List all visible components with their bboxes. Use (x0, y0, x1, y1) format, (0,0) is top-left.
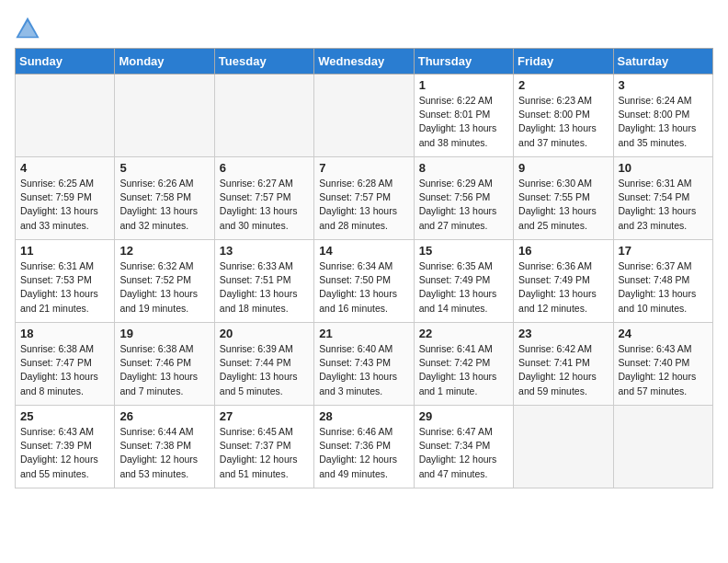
weekday-header-row: SundayMondayTuesdayWednesdayThursdayFrid… (16, 49, 713, 75)
calendar-cell: 8Sunrise: 6:29 AM Sunset: 7:56 PM Daylig… (414, 157, 513, 240)
calendar-cell: 12Sunrise: 6:32 AM Sunset: 7:52 PM Dayli… (115, 240, 214, 323)
calendar-cell: 9Sunrise: 6:30 AM Sunset: 7:55 PM Daylig… (514, 157, 613, 240)
calendar-cell: 16Sunrise: 6:36 AM Sunset: 7:49 PM Dayli… (514, 240, 613, 323)
calendar-cell: 17Sunrise: 6:37 AM Sunset: 7:48 PM Dayli… (613, 240, 712, 323)
calendar-cell: 29Sunrise: 6:47 AM Sunset: 7:34 PM Dayli… (414, 406, 513, 488)
day-number: 14 (319, 244, 408, 258)
calendar-cell: 27Sunrise: 6:45 AM Sunset: 7:37 PM Dayli… (214, 406, 313, 488)
day-info: Sunrise: 6:40 AM Sunset: 7:43 PM Dayligh… (319, 342, 408, 398)
calendar-cell: 3Sunrise: 6:24 AM Sunset: 8:00 PM Daylig… (613, 75, 712, 157)
weekday-header-tuesday: Tuesday (214, 49, 313, 75)
day-info: Sunrise: 6:35 AM Sunset: 7:49 PM Dayligh… (419, 259, 508, 316)
day-number: 8 (419, 161, 508, 175)
day-info: Sunrise: 6:43 AM Sunset: 7:39 PM Dayligh… (20, 425, 109, 481)
calendar-cell (514, 406, 613, 488)
day-info: Sunrise: 6:47 AM Sunset: 7:34 PM Dayligh… (419, 425, 508, 481)
day-info: Sunrise: 6:38 AM Sunset: 7:47 PM Dayligh… (20, 342, 109, 398)
calendar-cell: 11Sunrise: 6:31 AM Sunset: 7:53 PM Dayli… (16, 240, 115, 323)
day-info: Sunrise: 6:43 AM Sunset: 7:40 PM Dayligh… (619, 342, 708, 398)
calendar-table: SundayMondayTuesdayWednesdayThursdayFrid… (15, 48, 713, 488)
day-number: 4 (20, 161, 109, 175)
day-number: 17 (619, 244, 708, 258)
day-number: 12 (119, 244, 209, 258)
calendar-cell (613, 406, 712, 488)
day-number: 13 (220, 244, 309, 258)
calendar-week-row: 18Sunrise: 6:38 AM Sunset: 7:47 PM Dayli… (16, 323, 713, 406)
day-info: Sunrise: 6:28 AM Sunset: 7:57 PM Dayligh… (319, 177, 408, 233)
weekday-header-friday: Friday (514, 49, 613, 75)
day-number: 3 (619, 78, 708, 92)
generalblue-logo-icon (15, 15, 40, 40)
day-number: 6 (220, 161, 309, 175)
calendar-cell: 22Sunrise: 6:41 AM Sunset: 7:42 PM Dayli… (414, 323, 513, 406)
day-number: 11 (20, 244, 109, 258)
calendar-cell: 18Sunrise: 6:38 AM Sunset: 7:47 PM Dayli… (16, 323, 115, 406)
calendar-cell: 7Sunrise: 6:28 AM Sunset: 7:57 PM Daylig… (314, 157, 414, 240)
calendar-cell: 23Sunrise: 6:42 AM Sunset: 7:41 PM Dayli… (514, 323, 613, 406)
calendar-cell: 5Sunrise: 6:26 AM Sunset: 7:58 PM Daylig… (115, 157, 214, 240)
day-info: Sunrise: 6:37 AM Sunset: 7:48 PM Dayligh… (619, 259, 708, 316)
day-number: 2 (518, 78, 608, 92)
calendar-cell: 4Sunrise: 6:25 AM Sunset: 7:59 PM Daylig… (16, 157, 115, 240)
day-number: 9 (518, 161, 608, 175)
logo (15, 15, 42, 40)
weekday-header-wednesday: Wednesday (314, 49, 414, 75)
day-number: 1 (419, 78, 508, 92)
calendar-cell: 28Sunrise: 6:46 AM Sunset: 7:36 PM Dayli… (314, 406, 414, 488)
page-header (15, 15, 713, 40)
day-info: Sunrise: 6:27 AM Sunset: 7:57 PM Dayligh… (220, 177, 309, 233)
calendar-cell (314, 75, 414, 157)
day-info: Sunrise: 6:29 AM Sunset: 7:56 PM Dayligh… (419, 177, 508, 233)
day-info: Sunrise: 6:33 AM Sunset: 7:51 PM Dayligh… (220, 259, 309, 316)
day-info: Sunrise: 6:45 AM Sunset: 7:37 PM Dayligh… (220, 425, 309, 481)
day-info: Sunrise: 6:31 AM Sunset: 7:53 PM Dayligh… (20, 259, 109, 316)
calendar-week-row: 11Sunrise: 6:31 AM Sunset: 7:53 PM Dayli… (16, 240, 713, 323)
calendar-cell: 26Sunrise: 6:44 AM Sunset: 7:38 PM Dayli… (115, 406, 214, 488)
day-number: 27 (220, 409, 309, 423)
day-number: 7 (319, 161, 408, 175)
calendar-cell (16, 75, 115, 157)
day-number: 20 (220, 327, 309, 340)
calendar-cell: 10Sunrise: 6:31 AM Sunset: 7:54 PM Dayli… (613, 157, 712, 240)
calendar-week-row: 4Sunrise: 6:25 AM Sunset: 7:59 PM Daylig… (16, 157, 713, 240)
calendar-cell: 19Sunrise: 6:38 AM Sunset: 7:46 PM Dayli… (115, 323, 214, 406)
day-info: Sunrise: 6:39 AM Sunset: 7:44 PM Dayligh… (220, 342, 309, 398)
day-number: 15 (419, 244, 508, 258)
day-info: Sunrise: 6:44 AM Sunset: 7:38 PM Dayligh… (119, 425, 209, 481)
calendar-cell: 14Sunrise: 6:34 AM Sunset: 7:50 PM Dayli… (314, 240, 414, 323)
weekday-header-sunday: Sunday (16, 49, 115, 75)
weekday-header-thursday: Thursday (414, 49, 513, 75)
day-number: 10 (619, 161, 708, 175)
day-number: 26 (119, 409, 209, 423)
calendar-week-row: 25Sunrise: 6:43 AM Sunset: 7:39 PM Dayli… (16, 406, 713, 488)
day-number: 29 (419, 409, 508, 423)
calendar-cell: 1Sunrise: 6:22 AM Sunset: 8:01 PM Daylig… (414, 75, 513, 157)
day-info: Sunrise: 6:25 AM Sunset: 7:59 PM Dayligh… (20, 177, 109, 233)
day-number: 5 (119, 161, 209, 175)
day-number: 28 (319, 409, 408, 423)
day-info: Sunrise: 6:26 AM Sunset: 7:58 PM Dayligh… (119, 177, 209, 233)
day-info: Sunrise: 6:32 AM Sunset: 7:52 PM Dayligh… (119, 259, 209, 316)
calendar-cell: 25Sunrise: 6:43 AM Sunset: 7:39 PM Dayli… (16, 406, 115, 488)
day-number: 18 (20, 327, 109, 340)
calendar-cell: 13Sunrise: 6:33 AM Sunset: 7:51 PM Dayli… (214, 240, 313, 323)
day-number: 21 (319, 327, 408, 340)
day-info: Sunrise: 6:41 AM Sunset: 7:42 PM Dayligh… (419, 342, 508, 398)
weekday-header-monday: Monday (115, 49, 214, 75)
day-info: Sunrise: 6:23 AM Sunset: 8:00 PM Dayligh… (518, 94, 608, 150)
calendar-cell: 15Sunrise: 6:35 AM Sunset: 7:49 PM Dayli… (414, 240, 513, 323)
day-number: 24 (619, 327, 708, 340)
day-number: 22 (419, 327, 508, 340)
day-info: Sunrise: 6:46 AM Sunset: 7:36 PM Dayligh… (319, 425, 408, 481)
day-info: Sunrise: 6:36 AM Sunset: 7:49 PM Dayligh… (518, 259, 608, 316)
calendar-week-row: 1Sunrise: 6:22 AM Sunset: 8:01 PM Daylig… (16, 75, 713, 157)
day-info: Sunrise: 6:31 AM Sunset: 7:54 PM Dayligh… (619, 177, 708, 233)
calendar-cell: 20Sunrise: 6:39 AM Sunset: 7:44 PM Dayli… (214, 323, 313, 406)
weekday-header-saturday: Saturday (613, 49, 712, 75)
day-number: 16 (518, 244, 608, 258)
day-info: Sunrise: 6:38 AM Sunset: 7:46 PM Dayligh… (119, 342, 209, 398)
day-info: Sunrise: 6:30 AM Sunset: 7:55 PM Dayligh… (518, 177, 608, 233)
calendar-cell (214, 75, 313, 157)
day-number: 25 (20, 409, 109, 423)
calendar-cell: 2Sunrise: 6:23 AM Sunset: 8:00 PM Daylig… (514, 75, 613, 157)
